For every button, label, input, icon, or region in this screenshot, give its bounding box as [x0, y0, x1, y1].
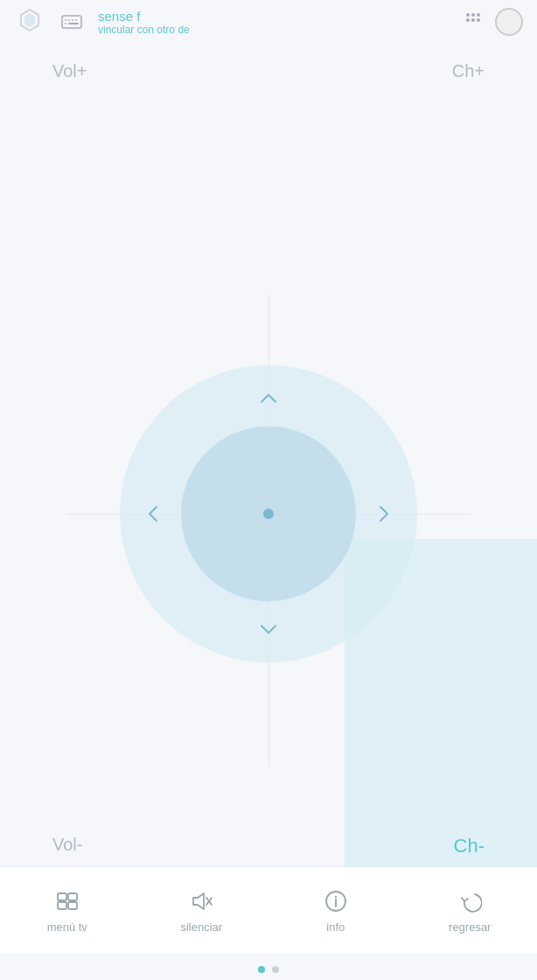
menu-tv-label: menú tv: [47, 920, 87, 934]
dpad-left-button[interactable]: [136, 496, 171, 531]
svg-marker-1: [24, 13, 35, 27]
top-bar-right: [464, 8, 523, 36]
nav-item-back[interactable]: regresar: [403, 887, 538, 934]
svg-rect-18: [58, 902, 66, 909]
mute-label: silenciar: [180, 920, 222, 934]
mute-icon: [187, 887, 215, 915]
info-label: info: [326, 920, 345, 934]
svg-rect-19: [68, 902, 77, 909]
svg-rect-2: [62, 16, 81, 28]
page-dot-2[interactable]: [272, 966, 279, 973]
page-dot-1[interactable]: [258, 966, 265, 973]
app-logo: [14, 6, 45, 38]
vol-minus-label[interactable]: Vol-: [52, 835, 82, 858]
keyboard-icon[interactable]: [56, 6, 87, 38]
svg-point-13: [466, 18, 470, 22]
corner-labels-top: Vol+ Ch+: [0, 61, 537, 81]
device-link[interactable]: vincular con otro de: [98, 24, 190, 36]
dpad-up-button[interactable]: [251, 381, 286, 416]
corner-labels-bottom: Vol- Ch-: [0, 835, 537, 858]
dpad-down-button[interactable]: [251, 612, 286, 647]
dpad: [120, 365, 417, 662]
page-indicators: [0, 966, 537, 973]
top-bar-left: sense f vincular con otro de: [14, 6, 190, 38]
svg-point-14: [471, 18, 475, 22]
device-name: sense f: [98, 9, 190, 24]
back-label: regresar: [449, 920, 491, 934]
nav-item-mute[interactable]: silenciar: [135, 887, 269, 934]
nav-item-menu-tv[interactable]: menú tv: [0, 887, 135, 934]
top-bar: sense f vincular con otro de: [0, 0, 537, 44]
bottom-nav: menú tv silenciar info: [0, 866, 537, 954]
svg-point-10: [466, 13, 470, 17]
svg-point-12: [477, 13, 480, 17]
info-icon: [322, 887, 350, 915]
svg-marker-20: [193, 893, 204, 909]
svg-rect-16: [58, 893, 66, 900]
dpad-right-button[interactable]: [366, 496, 401, 531]
svg-point-15: [477, 18, 480, 22]
svg-point-25: [335, 896, 337, 898]
back-icon: [456, 887, 484, 915]
nav-item-info[interactable]: info: [268, 887, 403, 934]
svg-rect-17: [68, 893, 77, 900]
avatar[interactable]: [495, 8, 523, 36]
dpad-center-dot[interactable]: [263, 508, 274, 519]
ch-plus-label[interactable]: Ch+: [452, 61, 485, 81]
grid-dots-icon[interactable]: [464, 10, 483, 34]
vol-plus-label[interactable]: Vol+: [52, 61, 87, 81]
menu-tv-icon: [53, 887, 81, 915]
svg-point-11: [471, 13, 475, 17]
ch-minus-label[interactable]: Ch-: [454, 835, 485, 858]
device-info: sense f vincular con otro de: [98, 9, 190, 36]
